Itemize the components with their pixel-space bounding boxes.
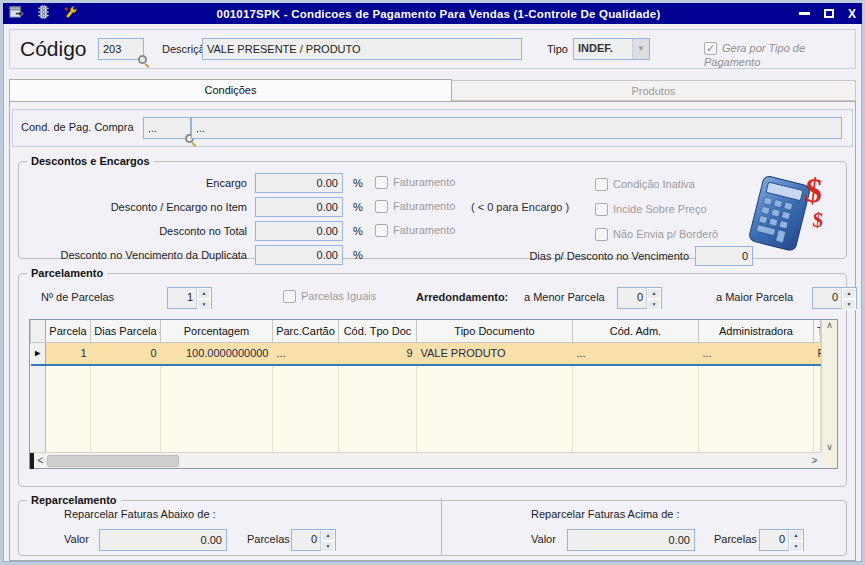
desconto-total-label: Desconto no Total	[19, 225, 247, 237]
faturamento-3-checkbox[interactable]: Faturamento	[375, 223, 455, 237]
row-indicator-icon: ►	[31, 342, 46, 365]
spin-down-icon[interactable]: ▼	[647, 299, 661, 310]
grid-horizontal-scrollbar[interactable]: < >	[30, 452, 821, 468]
col-header[interactable]: Parc.Cartão	[273, 320, 339, 342]
search-icon	[138, 55, 147, 64]
incide-sobre-preco-checkbox[interactable]: Incide Sobre Preço	[595, 202, 707, 216]
tab-condicoes[interactable]: Condições	[9, 79, 452, 101]
calculator-image: $ $	[746, 169, 832, 261]
nao-envia-bordero-checkbox[interactable]: Não Envia p/ Borderô	[595, 227, 718, 241]
scrollbar-thumb[interactable]	[47, 455, 179, 467]
spin-down-icon[interactable]: ▼	[842, 299, 856, 310]
valor-abaixo-field[interactable]: 0.00	[99, 529, 227, 551]
reparcelamento-legend: Reparcelamento	[27, 494, 121, 506]
scroll-right-icon[interactable]: >	[808, 455, 821, 466]
tab-bar: Condições Produtos	[9, 79, 856, 101]
spin-down-icon[interactable]: ▼	[789, 541, 803, 552]
maximize-button[interactable]	[824, 9, 834, 18]
table-row	[31, 388, 821, 411]
menor-parcela-stepper[interactable]: 0 ▲▼	[617, 287, 662, 309]
num-parcelas-label: Nº de Parcelas	[41, 291, 114, 303]
grid-header-row: Parcela Dias Parcela Porcentagem Parc.Ca…	[31, 320, 821, 342]
scroll-left-icon[interactable]: <	[34, 455, 47, 466]
descricao-field[interactable]: VALE PRESENTE / PRODUTO	[202, 38, 522, 60]
wrench-icon[interactable]	[63, 5, 78, 22]
encargo-label: Encargo	[19, 177, 247, 189]
col-header[interactable]: Dias Parcela	[91, 320, 161, 342]
faturamento-1-checkbox[interactable]: Faturamento	[375, 175, 455, 189]
traffic-light-icon[interactable]	[36, 5, 51, 22]
maior-parcela-label: a Maior Parcela	[716, 291, 793, 303]
col-header[interactable]: Cód. Tpo Doc	[339, 320, 417, 342]
spin-up-icon[interactable]: ▲	[789, 530, 803, 541]
reparcelar-abaixo-label: Reparcelar Faturas Abaixo de :	[64, 508, 216, 520]
reparcelamento-group: Reparcelamento Reparcelar Faturas Abaixo…	[18, 494, 847, 556]
col-header[interactable]: Cód. Adm.	[573, 320, 699, 342]
valor-abaixo-label: Valor	[64, 533, 89, 545]
cond-pag-compra-panel: Cond. de Pag. Compra ... ...	[12, 109, 853, 147]
tipo-label: Tipo	[547, 43, 568, 55]
table-row	[31, 411, 821, 434]
parcelamento-group: Parcelamento Nº de Parcelas 1 ▲▼ Parcela…	[18, 267, 847, 487]
table-row-selected[interactable]: ► 1 0 100.0000000000 ... 9 VALE PRODUTO …	[31, 342, 821, 365]
parcelas-acima-stepper[interactable]: 0 ▲▼	[759, 529, 804, 551]
chevron-down-icon[interactable]: ▼	[632, 39, 649, 59]
spin-up-icon[interactable]: ▲	[321, 530, 335, 541]
col-header[interactable]: Tipo	[814, 320, 821, 342]
spin-down-icon[interactable]: ▼	[197, 299, 211, 310]
scroll-down-icon[interactable]: ∨	[822, 442, 837, 452]
col-header[interactable]: Porcentagem	[161, 320, 273, 342]
close-button[interactable]: X	[848, 8, 856, 20]
desconto-item-label: Desconto / Encargo no Item	[19, 201, 247, 213]
percent-label: %	[353, 225, 363, 237]
encargo-field[interactable]: 0.00	[255, 173, 343, 193]
grid-vertical-scrollbar[interactable]: ∧ ∨	[821, 320, 837, 452]
header-panel: Código 203 Descrição VALE PRESENTE / PRO…	[9, 29, 856, 69]
cond-pag-code-field[interactable]: ...	[143, 117, 191, 139]
desconto-duplicata-label: Desconto no Vencimento da Duplicata	[19, 249, 247, 261]
col-header[interactable]: Tipo Documento	[417, 320, 573, 342]
spin-up-icon[interactable]: ▲	[842, 288, 856, 299]
spin-up-icon[interactable]: ▲	[647, 288, 661, 299]
valor-acima-field[interactable]: 0.00	[567, 529, 695, 551]
gera-por-tipo-checkbox[interactable]: ✓Gera por Tipo de Pagamento	[704, 41, 855, 68]
tab-content: Cond. de Pag. Compra ... ... Descontos e…	[9, 101, 856, 561]
descontos-group: Descontos e Encargos Encargo 0.00 % Fatu…	[18, 155, 847, 259]
dias-desconto-field[interactable]: 0	[695, 246, 753, 266]
maior-parcela-stepper[interactable]: 0 ▲▼	[812, 287, 857, 309]
desconto-duplicata-field[interactable]: 0.00	[255, 245, 343, 265]
percent-label: %	[353, 201, 363, 213]
num-parcelas-stepper[interactable]: 1 ▲▼	[167, 287, 212, 309]
parcelas-acima-label: Parcelas	[714, 533, 757, 545]
scroll-up-icon[interactable]: ∧	[822, 320, 837, 330]
row-indicator-header	[31, 320, 46, 342]
tab-produtos[interactable]: Produtos	[452, 80, 856, 101]
menor-parcela-label: a Menor Parcela	[524, 291, 605, 303]
window-title: 001017SPK - Condicoes de Pagamento Para …	[78, 8, 799, 20]
tipo-combobox[interactable]: INDEF. ▼	[573, 38, 650, 60]
codigo-field[interactable]: 203	[98, 38, 144, 60]
faturamento-2-checkbox[interactable]: Faturamento	[375, 199, 455, 213]
dias-desconto-label: Dias p/ Desconto no Vencimento	[451, 250, 689, 262]
svg-text:$: $	[812, 207, 825, 232]
parcelas-iguais-checkbox[interactable]: Parcelas Iguais	[283, 289, 376, 303]
desconto-total-field[interactable]: 0.00	[255, 221, 343, 241]
col-header[interactable]: Parcela	[46, 320, 91, 342]
descontos-legend: Descontos e Encargos	[27, 155, 154, 167]
spin-down-icon[interactable]: ▼	[321, 541, 335, 552]
parcelas-abaixo-label: Parcelas	[247, 533, 290, 545]
parcelas-abaixo-stepper[interactable]: 0 ▲▼	[291, 529, 336, 551]
exit-form-icon[interactable]	[9, 5, 24, 22]
spin-up-icon[interactable]: ▲	[197, 288, 211, 299]
table-row	[31, 434, 821, 452]
percent-label: %	[353, 177, 363, 189]
desconto-item-field[interactable]: 0.00	[255, 197, 343, 217]
minimize-button[interactable]	[799, 12, 810, 15]
col-header[interactable]: Administradora	[699, 320, 814, 342]
codigo-label: Código	[20, 37, 87, 61]
title-bar: 001017SPK - Condicoes de Pagamento Para …	[3, 3, 862, 24]
condicao-inativa-checkbox[interactable]: Condição Inativa	[595, 177, 695, 191]
encargo-note: ( < 0 para Encargo )	[471, 201, 569, 213]
app-window: 001017SPK - Condicoes de Pagamento Para …	[0, 0, 865, 565]
cond-pag-desc-field[interactable]: ...	[191, 117, 842, 139]
